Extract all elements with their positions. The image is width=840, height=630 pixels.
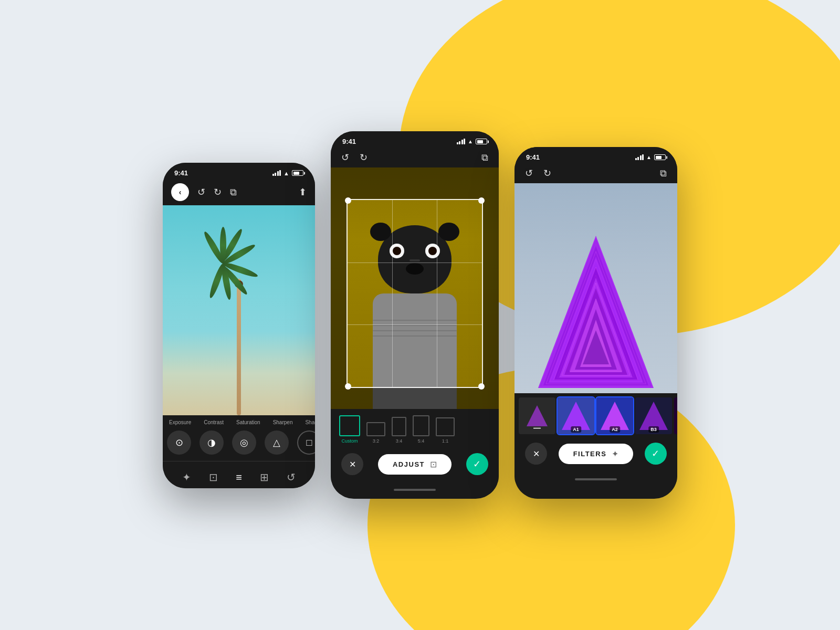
time-3: 9:41: [526, 153, 540, 161]
toolbar-2: ↺ ↻ ⧉: [331, 148, 499, 167]
label-saturation[interactable]: Saturation: [230, 419, 267, 425]
pug-background: [331, 167, 499, 409]
adjust-tool-icon[interactable]: ≡: [229, 468, 248, 487]
status-icons-3: ▲: [635, 154, 666, 160]
label-exposure[interactable]: Exposure: [163, 419, 197, 425]
ratio-54-label: 5:4: [418, 438, 425, 444]
undo-button-3[interactable]: ↺: [525, 167, 533, 179]
photo-palm-tree: [163, 205, 315, 415]
ratio-32[interactable]: 3:2: [366, 422, 385, 444]
filters-center-button[interactable]: FILTERS ✦: [559, 444, 634, 464]
palm-leaves: [218, 245, 260, 287]
battery-icon-3: [654, 154, 666, 160]
status-bar-3: 9:41 ▲: [514, 147, 677, 163]
ratio-34[interactable]: 3:4: [392, 417, 406, 444]
adjust-center-button[interactable]: ADJUST ⊡: [378, 454, 452, 475]
svg-rect-27: [674, 397, 677, 434]
undo-button-2[interactable]: ↺: [341, 152, 349, 163]
magic-wand-icon[interactable]: ✦: [612, 449, 618, 459]
phone-crop: 9:41 ▲ ↺ ↻ ⧉: [331, 131, 499, 499]
sharpen-icon-btn[interactable]: △: [265, 430, 289, 455]
magic-tool-icon[interactable]: ✦: [176, 468, 197, 487]
phones-container: 9:41 ▲ ‹ ↺ ↻ ⧉ ⬆: [163, 131, 677, 499]
confirm-button-3[interactable]: ✓: [645, 443, 667, 465]
wifi-icon-1: ▲: [284, 170, 289, 176]
bottom-bar-3: ✕ FILTERS ✦ ✓: [514, 437, 677, 475]
filter-a1[interactable]: A1: [558, 397, 594, 434]
shadow-icon-btn[interactable]: □: [297, 430, 315, 455]
status-icons-2: ▲: [457, 139, 487, 144]
palm-trunk: [237, 279, 241, 415]
filters-label: FILTERS: [573, 450, 607, 458]
label-contrast[interactable]: Contrast: [197, 419, 230, 425]
ratio-54-box: [413, 415, 429, 436]
time-1: 9:41: [174, 169, 188, 177]
ratio-11-label: 1:1: [442, 438, 449, 444]
ratio-32-box: [366, 422, 385, 436]
label-sharpen[interactable]: Sharpen: [267, 419, 299, 425]
undo-button-1[interactable]: ↺: [197, 186, 205, 198]
filter-b6[interactable]: B6: [674, 397, 677, 434]
compare-button-3[interactable]: ⧉: [660, 168, 667, 179]
status-bar-2: 9:41 ▲: [331, 131, 499, 148]
bottom-bar-2: ✕ ADJUST ⊡ ✓: [331, 448, 499, 486]
adjust-icons: ⊙ ◑ ◎ △ □: [163, 427, 315, 461]
ratio-custom[interactable]: Custom: [339, 415, 360, 444]
filter-b3[interactable]: B3: [635, 397, 672, 434]
redo-button-3[interactable]: ↻: [543, 167, 551, 179]
filter-strip: — A1 A2: [514, 393, 677, 437]
status-icons-1: ▲: [272, 170, 303, 176]
filter-b3-label: B3: [648, 426, 659, 433]
frame-tool-icon[interactable]: ⊞: [254, 468, 275, 487]
history-tool-icon[interactable]: ↺: [280, 468, 302, 487]
signal-icon-2: [457, 139, 466, 144]
redo-button-2[interactable]: ↻: [360, 152, 368, 163]
wifi-icon-3: ▲: [646, 154, 652, 160]
crop-center-icon: ⊡: [430, 459, 437, 469]
crop-grid-h2: [348, 324, 482, 325]
ratio-54[interactable]: 5:4: [413, 415, 429, 444]
crop-corner-tr[interactable]: [478, 197, 485, 204]
phone-adjust: 9:41 ▲ ‹ ↺ ↻ ⧉ ⬆: [163, 163, 315, 488]
cancel-button-3[interactable]: ✕: [525, 443, 547, 465]
crop-corner-tl[interactable]: [345, 197, 351, 204]
confirm-button-2[interactable]: ✓: [466, 453, 488, 475]
filter-a1-label: A1: [571, 426, 581, 433]
filter-a2[interactable]: A2: [596, 397, 633, 434]
crop-tool-icon[interactable]: ⊡: [203, 468, 224, 487]
home-indicator-3: [575, 478, 617, 480]
compare-button-2[interactable]: ⧉: [481, 152, 488, 163]
time-2: 9:41: [342, 138, 356, 145]
crop-dark-left: [331, 199, 346, 388]
cancel-button-2[interactable]: ✕: [341, 453, 363, 475]
adjust-label: ADJUST: [393, 460, 425, 468]
share-button-1[interactable]: ⬆: [299, 186, 307, 198]
crop-grid-h1: [348, 262, 482, 263]
filter-a2-label: A2: [610, 426, 620, 433]
crop-dark-bottom: [331, 388, 499, 409]
crop-corner-br[interactable]: [478, 383, 485, 390]
ratio-11[interactable]: 1:1: [436, 417, 455, 444]
ratio-34-box: [392, 417, 406, 436]
pyramid-svg: [533, 230, 659, 393]
filter-none-label: —: [533, 424, 541, 432]
ratio-bar: Custom 3:2 3:4 5:4 1:1: [331, 409, 499, 448]
crop-corner-bl[interactable]: [345, 383, 351, 390]
toolbar-3: ↺ ↻ ⧉: [514, 163, 677, 183]
ratio-custom-box: [339, 415, 360, 436]
contrast-icon-btn[interactable]: ◑: [200, 430, 224, 455]
back-button[interactable]: ‹: [171, 183, 189, 201]
saturation-icon-btn[interactable]: ◎: [232, 430, 256, 455]
crop-frame[interactable]: [346, 199, 483, 388]
home-indicator-2: [394, 489, 436, 491]
redo-button-1[interactable]: ↻: [214, 186, 222, 198]
exposure-icon-btn[interactable]: ⊙: [167, 430, 191, 455]
photo-pug: [331, 167, 499, 409]
filter-none[interactable]: —: [519, 397, 555, 434]
label-shadow[interactable]: Shad: [299, 419, 315, 425]
toolbar-1: ‹ ↺ ↻ ⧉ ⬆: [163, 179, 315, 205]
compare-button-1[interactable]: ⧉: [230, 187, 237, 198]
wifi-icon-2: ▲: [468, 139, 473, 144]
filter-b6-thumb-img: [674, 397, 677, 434]
crop-dark-top: [331, 167, 499, 199]
